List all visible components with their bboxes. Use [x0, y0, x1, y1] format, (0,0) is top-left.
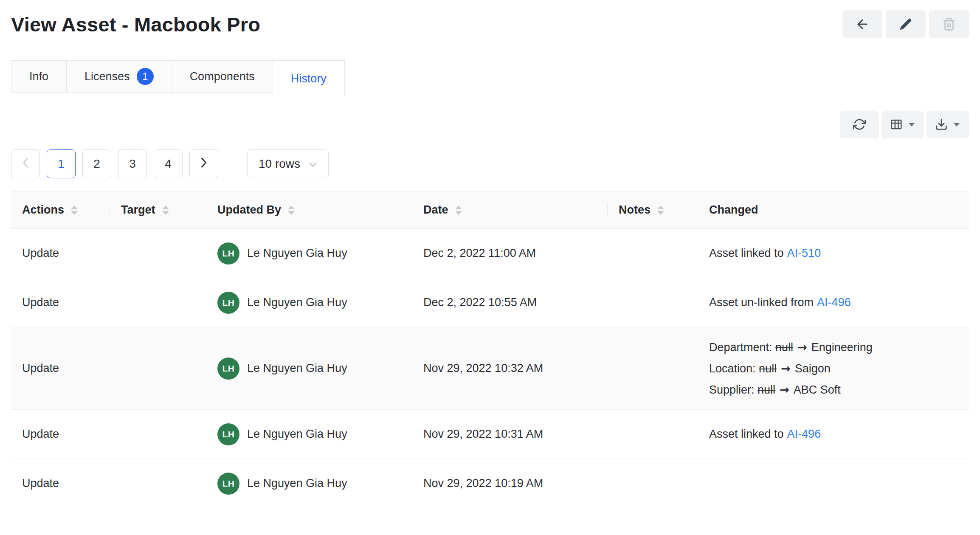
date-cell: Nov 29, 2022 10:19 AM — [412, 459, 608, 508]
date-cell: Dec 2, 2022 11:00 AM — [412, 229, 608, 278]
page-button-2[interactable]: 2 — [82, 149, 111, 178]
new-value: Engineering — [811, 341, 873, 354]
trash-icon — [942, 17, 956, 31]
new-value: Saigon — [795, 362, 831, 375]
change-field: Supplier: — [709, 383, 755, 396]
date-cell: Nov 29, 2022 10:31 AM — [412, 410, 608, 459]
next-page-button[interactable] — [189, 149, 218, 178]
delete-button[interactable] — [929, 10, 969, 38]
page-header: View Asset - Macbook Pro — [11, 0, 969, 38]
changed-cell: Asset linked toAI-510 — [698, 229, 969, 278]
column-label: Updated By — [217, 203, 281, 217]
updated-by-cell: LH Le Nguyen Gia Huy — [206, 410, 412, 459]
prev-page-button[interactable] — [11, 149, 40, 178]
old-value: null — [775, 341, 793, 354]
column-label: Notes — [619, 203, 651, 217]
tab-licenses[interactable]: Licenses 1 — [66, 60, 172, 93]
notes-cell — [608, 459, 698, 508]
change-field: Department: — [709, 341, 772, 354]
table-header-row: Actions Target Updated By Date Notes — [11, 191, 969, 229]
changed-cell — [698, 459, 969, 508]
changed-line: Location: null→Saigon — [709, 358, 960, 379]
chevron-right-icon — [200, 157, 208, 171]
pagination: 1 2 3 4 10 rows — [11, 149, 969, 178]
rows-per-page-select[interactable]: 10 rows — [247, 149, 329, 178]
tab-label: Components — [190, 70, 255, 83]
refresh-icon — [853, 118, 866, 132]
user-name: Le Nguyen Gia Huy — [247, 428, 347, 441]
edit-button[interactable] — [886, 10, 926, 38]
sort-carets-icon — [162, 206, 169, 215]
tab-label: History — [291, 72, 327, 85]
column-header-date[interactable]: Date — [412, 191, 608, 229]
table-row: Update LH Le Nguyen Gia Huy Dec 2, 2022 … — [11, 278, 969, 327]
tab-history[interactable]: History — [273, 60, 345, 97]
asset-link[interactable]: AI-496 — [787, 428, 821, 440]
tab-bar: Info Licenses 1 Components History — [11, 60, 969, 97]
changed-line: Department: null→Engineering — [709, 337, 960, 358]
avatar: LH — [217, 358, 239, 380]
asset-link[interactable]: AI-510 — [787, 247, 821, 259]
action-cell: Update — [11, 278, 110, 327]
page-button-4[interactable]: 4 — [154, 149, 183, 178]
tab-label: Info — [29, 70, 48, 83]
refresh-button[interactable] — [840, 111, 879, 138]
sort-carets-icon — [455, 206, 462, 215]
changed-cell: Department: null→Engineering Location: n… — [698, 327, 969, 410]
tab-info[interactable]: Info — [11, 60, 67, 93]
column-label: Target — [121, 203, 155, 217]
changed-cell: Asset un-linked fromAI-496 — [698, 278, 969, 327]
column-header-changed: Changed — [698, 191, 969, 229]
page-button-1[interactable]: 1 — [47, 149, 76, 178]
user-name: Le Nguyen Gia Huy — [247, 362, 347, 375]
notes-cell — [608, 410, 698, 459]
page-title: View Asset - Macbook Pro — [11, 13, 260, 36]
download-icon — [935, 118, 948, 132]
table-toolbar — [11, 111, 969, 138]
asset-link[interactable]: AI-496 — [817, 296, 851, 309]
column-header-notes[interactable]: Notes — [608, 191, 698, 229]
avatar: LH — [217, 423, 239, 445]
target-cell — [110, 278, 206, 327]
chevron-left-icon — [22, 157, 29, 171]
column-header-target[interactable]: Target — [110, 191, 206, 229]
pencil-icon — [899, 17, 912, 31]
updated-by-cell: LH Le Nguyen Gia Huy — [206, 459, 412, 508]
old-value: null — [758, 383, 775, 396]
date-cell: Dec 2, 2022 10:55 AM — [412, 278, 608, 327]
updated-by-cell: LH Le Nguyen Gia Huy — [206, 278, 412, 327]
arrow-right-icon: → — [780, 383, 789, 396]
export-button[interactable] — [926, 111, 969, 138]
table-row: Update LH Le Nguyen Gia Huy Nov 29, 2022… — [11, 459, 969, 508]
target-cell — [110, 410, 206, 459]
caret-down-icon — [953, 122, 960, 128]
action-cell: Update — [11, 327, 110, 410]
back-button[interactable] — [842, 10, 882, 38]
old-value: null — [759, 362, 777, 375]
date-cell: Nov 29, 2022 10:32 AM — [412, 327, 608, 410]
sort-carets-icon — [71, 206, 78, 215]
page-button-3[interactable]: 3 — [118, 149, 147, 178]
column-header-actions[interactable]: Actions — [11, 191, 110, 229]
column-header-updated-by[interactable]: Updated By — [206, 191, 412, 229]
avatar: LH — [217, 242, 239, 265]
columns-button[interactable] — [881, 111, 924, 138]
action-cell: Update — [11, 459, 110, 508]
table-row: Update LH Le Nguyen Gia Huy Nov 29, 2022… — [11, 410, 969, 459]
table-grid-icon — [890, 118, 903, 132]
rows-per-page-value: 10 rows — [259, 157, 300, 171]
sort-carets-icon — [657, 206, 664, 215]
notes-cell — [608, 327, 698, 410]
notes-cell — [608, 278, 698, 327]
tab-components[interactable]: Components — [172, 60, 273, 93]
updated-by-cell: LH Le Nguyen Gia Huy — [206, 327, 412, 410]
table-row: Update LH Le Nguyen Gia Huy Nov 29, 2022… — [11, 327, 969, 410]
arrow-right-icon: → — [781, 362, 791, 375]
action-cell: Update — [11, 410, 110, 459]
user-name: Le Nguyen Gia Huy — [247, 247, 347, 260]
updated-by-cell: LH Le Nguyen Gia Huy — [206, 229, 412, 278]
chevron-down-icon — [309, 157, 317, 171]
licenses-count-badge: 1 — [137, 68, 154, 85]
action-cell: Update — [11, 229, 110, 278]
changed-line: Supplier: null→ABC Soft — [709, 379, 960, 400]
